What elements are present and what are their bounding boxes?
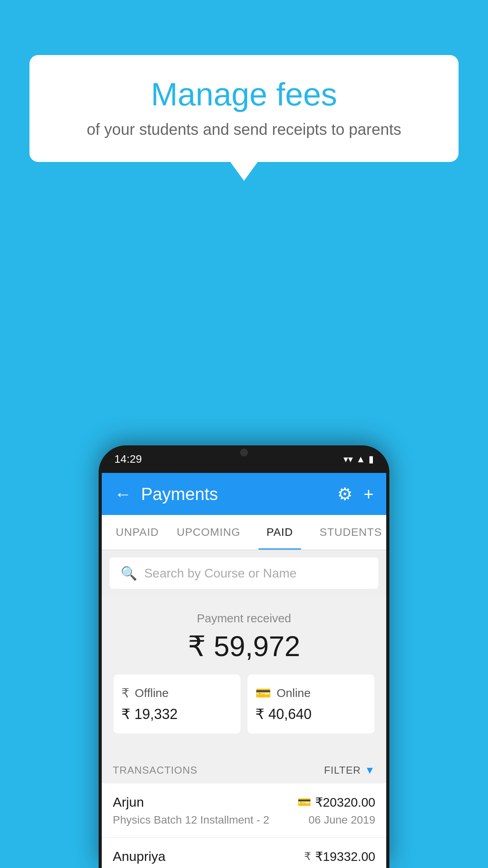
transaction-amount-container: 💳 ₹20320.00 [297, 795, 375, 810]
rupee-payment-icon: ₹ [304, 850, 311, 863]
bubble-title: Manage fees [53, 77, 435, 112]
app-screen: ← Payments ⚙ + UNPAID UPCOMING PAID STUD… [99, 473, 389, 868]
transactions-header: TRANSACTIONS FILTER ▼ [102, 753, 386, 783]
speech-bubble: Manage fees of your students and send re… [29, 55, 459, 162]
transaction-date: 06 June 2019 [308, 814, 375, 826]
transaction-name: Arjun [113, 794, 144, 810]
payment-card-icon: 💳 [297, 796, 311, 809]
filter-button[interactable]: FILTER ▼ [324, 764, 375, 776]
payment-cards: ₹ Offline ₹ 19,332 💳 Online ₹ 40,640 [110, 675, 378, 741]
transaction-name-2: Anupriya [113, 849, 165, 864]
wifi-icon: ▾▾ [343, 454, 353, 465]
online-card-header: 💳 Online [255, 686, 367, 701]
header-left: ← Payments [114, 484, 218, 504]
offline-amount: ₹ 19,332 [121, 706, 233, 723]
camera [240, 449, 248, 456]
phone-frame: 14:29 ▾▾ ▲ ▮ ← Payments ⚙ + UNPAID [99, 445, 389, 868]
speech-bubble-container: Manage fees of your students and send re… [29, 55, 459, 162]
battery-icon: ▮ [369, 454, 374, 465]
payment-received-section: Payment received ₹ 59,972 ₹ Offline ₹ 19… [102, 596, 386, 753]
transaction-amount-2: ₹19332.00 [315, 849, 375, 864]
offline-label: Offline [135, 686, 169, 700]
card-icon: 💳 [255, 686, 271, 701]
search-bar[interactable]: 🔍 Search by Course or Name [110, 557, 378, 589]
rupee-icon: ₹ [121, 686, 129, 701]
tabs-bar: UNPAID UPCOMING PAID STUDENTS [102, 515, 386, 550]
transactions-label: TRANSACTIONS [113, 764, 198, 776]
offline-card: ₹ Offline ₹ 19,332 [114, 675, 240, 734]
tab-paid[interactable]: PAID [244, 515, 316, 550]
payment-received-label: Payment received [110, 612, 378, 625]
settings-icon[interactable]: ⚙ [337, 484, 352, 504]
status-bar: 14:29 ▾▾ ▲ ▮ [99, 445, 389, 473]
transaction-top: Arjun 💳 ₹20320.00 [113, 794, 375, 810]
transaction-partial-top: Anupriya ₹ ₹19332.00 [113, 849, 375, 864]
transaction-row[interactable]: Arjun 💳 ₹20320.00 Physics Batch 12 Insta… [102, 783, 386, 838]
filter-label: FILTER [324, 764, 361, 776]
transaction-course: Physics Batch 12 Installment - 2 [113, 814, 269, 826]
status-icons: ▾▾ ▲ ▮ [343, 454, 374, 465]
transaction-partial-amount-container: ₹ ₹19332.00 [304, 849, 375, 864]
search-input[interactable]: Search by Course or Name [144, 566, 367, 581]
transaction-bottom: Physics Batch 12 Installment - 2 06 June… [113, 814, 375, 826]
payment-total-amount: ₹ 59,972 [110, 630, 378, 663]
add-button[interactable]: + [363, 484, 374, 504]
back-button[interactable]: ← [114, 484, 132, 504]
status-time: 14:29 [114, 453, 142, 465]
header-actions: ⚙ + [337, 484, 374, 504]
search-icon: 🔍 [121, 565, 137, 581]
transaction-amount: ₹20320.00 [315, 795, 375, 810]
offline-card-header: ₹ Offline [121, 686, 233, 701]
bubble-subtitle: of your students and send receipts to pa… [53, 121, 435, 138]
tab-unpaid[interactable]: UNPAID [102, 515, 173, 550]
page-title: Payments [141, 484, 218, 504]
tab-upcoming[interactable]: UPCOMING [173, 515, 244, 550]
app-header: ← Payments ⚙ + [102, 473, 386, 515]
notch [216, 445, 272, 461]
online-card: 💳 Online ₹ 40,640 [248, 675, 374, 734]
online-amount: ₹ 40,640 [255, 706, 367, 723]
filter-icon: ▼ [365, 764, 375, 776]
signal-icon: ▲ [356, 454, 365, 465]
online-label: Online [277, 686, 311, 700]
search-container: 🔍 Search by Course or Name [102, 550, 386, 596]
transaction-row-partial[interactable]: Anupriya ₹ ₹19332.00 [102, 838, 386, 868]
tab-students[interactable]: STUDENTS [315, 515, 386, 550]
